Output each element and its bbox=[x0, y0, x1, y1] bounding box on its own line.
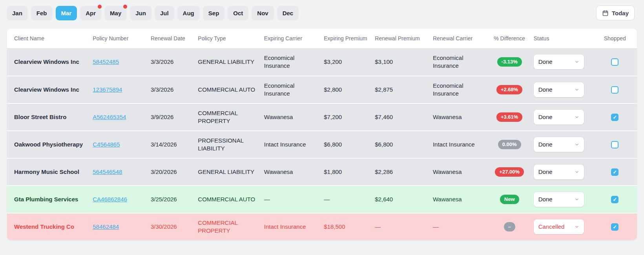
expiring-premium-cell: $1,800 bbox=[324, 168, 375, 176]
status-select[interactable]: Done bbox=[534, 82, 584, 97]
renewal-date: 3/3/2026 bbox=[151, 86, 173, 93]
month-tab-label: Mar bbox=[61, 10, 72, 16]
client-name-cell: Gta Plumbing Services bbox=[7, 195, 93, 203]
renewal-premium-cell: $6,800 bbox=[375, 141, 433, 148]
status-value: Done bbox=[538, 113, 553, 121]
status-cell: Done bbox=[534, 54, 593, 69]
month-tab-dec[interactable]: Dec bbox=[277, 6, 299, 20]
month-tab-jul[interactable]: Jul bbox=[155, 6, 174, 20]
month-tab-feb[interactable]: Feb bbox=[31, 6, 53, 20]
month-tab-nov[interactable]: Nov bbox=[252, 6, 274, 20]
month-tab-sep[interactable]: Sep bbox=[203, 6, 225, 20]
status-value: Done bbox=[538, 58, 553, 66]
column-header-renewal-premium: Renewal Premium bbox=[375, 35, 433, 42]
expiring-carrier-cell: Wawanesa bbox=[264, 113, 324, 121]
table-row: Oakwood Physiotherapy C4564865 3/14/2026… bbox=[7, 130, 637, 158]
renewal-carrier-cell: Wawanesa bbox=[433, 168, 491, 176]
renewal-date-cell: 3/25/2026 bbox=[151, 195, 198, 203]
status-select[interactable]: Done bbox=[534, 137, 584, 152]
status-select[interactable]: Done bbox=[534, 54, 584, 69]
difference-badge: -3.13% bbox=[497, 57, 522, 67]
expiring-premium: — bbox=[324, 196, 330, 203]
expiring-carrier: Economical Insurance bbox=[264, 82, 295, 97]
client-name-cell: Clearview Windows Inc bbox=[7, 86, 93, 94]
month-tab-jun[interactable]: Jun bbox=[130, 6, 151, 20]
policy-number-cell: 58462484 bbox=[93, 223, 151, 231]
policy-type-cell: GENERAL LIABILITY bbox=[198, 58, 264, 66]
status-select[interactable]: Done bbox=[534, 192, 584, 207]
column-header-difference: % Difference bbox=[491, 35, 534, 42]
shopped-checkbox[interactable] bbox=[611, 86, 618, 94]
month-tab-label: Jun bbox=[135, 10, 146, 16]
status-value: Done bbox=[538, 195, 553, 203]
policy-number-link[interactable]: 58462484 bbox=[93, 223, 119, 230]
policy-number-link[interactable]: A562465354 bbox=[93, 114, 126, 120]
expiring-carrier: Intact Insurance bbox=[264, 223, 306, 230]
column-header-renewal-date: Renewal Date bbox=[151, 35, 198, 42]
table-row: Bloor Street Bistro A562465354 3/9/2026 … bbox=[7, 103, 637, 130]
difference-badge: New bbox=[500, 195, 519, 204]
renewal-date: 3/30/2026 bbox=[151, 223, 177, 230]
shopped-checkbox[interactable] bbox=[611, 58, 618, 66]
expiring-premium-cell: $18,500 bbox=[324, 223, 375, 231]
policy-number-link[interactable]: 123675894 bbox=[93, 86, 122, 93]
expiring-carrier-cell: Intact Insurance bbox=[264, 223, 324, 231]
month-tab-oct[interactable]: Oct bbox=[228, 6, 248, 20]
policy-number-link[interactable]: 564546548 bbox=[93, 168, 122, 175]
renewal-premium: — bbox=[375, 223, 381, 230]
month-tab-apr[interactable]: Apr bbox=[80, 6, 101, 20]
status-select[interactable]: Done bbox=[534, 165, 584, 179]
shopped-checkbox[interactable] bbox=[611, 196, 618, 203]
client-name-cell: Westend Trucking Co bbox=[7, 223, 93, 231]
policy-number-link[interactable]: C4564865 bbox=[93, 141, 120, 148]
chevron-down-icon bbox=[575, 60, 579, 64]
difference-cell: -3.13% bbox=[491, 57, 534, 67]
difference-cell: New bbox=[491, 195, 534, 204]
policy-type-cell: COMMERCIAL AUTO bbox=[198, 86, 264, 94]
expiring-carrier: Wawanesa bbox=[264, 114, 293, 120]
month-tab-jan[interactable]: Jan bbox=[7, 6, 28, 20]
status-cell: Cancelled bbox=[534, 219, 593, 234]
month-tab-may[interactable]: May bbox=[104, 6, 127, 20]
expiring-premium-cell: — bbox=[324, 195, 375, 203]
policy-number-link[interactable]: CA46862846 bbox=[93, 196, 127, 203]
expiring-carrier: Wawanesa bbox=[264, 168, 293, 175]
shopped-checkbox[interactable] bbox=[611, 168, 618, 176]
client-name: Clearview Windows Inc bbox=[14, 86, 79, 93]
expiring-carrier: Economical Insurance bbox=[264, 54, 295, 69]
status-value: Done bbox=[538, 168, 553, 176]
renewal-date-cell: 3/9/2026 bbox=[151, 113, 198, 121]
status-select[interactable]: Cancelled bbox=[534, 219, 584, 234]
notification-dot-icon bbox=[123, 5, 127, 9]
status-select[interactable]: Done bbox=[534, 110, 584, 125]
month-tab-label: Jul bbox=[160, 10, 169, 16]
expiring-premium: $3,200 bbox=[324, 58, 342, 65]
renewal-date: 3/20/2026 bbox=[151, 168, 177, 175]
expiring-premium-cell: $2,800 bbox=[324, 86, 375, 94]
renewals-table: Client NamePolicy NumberRenewal DatePoli… bbox=[7, 29, 637, 240]
month-tab-mar[interactable]: Mar bbox=[56, 6, 77, 20]
shopped-checkbox[interactable] bbox=[611, 141, 618, 148]
month-tab-aug[interactable]: Aug bbox=[177, 6, 200, 20]
today-button[interactable]: Today bbox=[596, 5, 635, 20]
month-tab-label: Dec bbox=[283, 10, 294, 16]
policy-number-cell: 123675894 bbox=[93, 86, 151, 94]
chevron-down-icon bbox=[575, 197, 579, 202]
renewal-date: 3/14/2026 bbox=[151, 141, 177, 148]
policy-number-link[interactable]: 58452485 bbox=[93, 58, 119, 65]
client-name-cell: Harmony Music School bbox=[7, 168, 93, 176]
client-name: Clearview Windows Inc bbox=[14, 58, 79, 65]
renewal-carrier-cell: Economical Insurance bbox=[433, 54, 491, 70]
expiring-premium: $18,500 bbox=[324, 223, 345, 230]
shopped-checkbox[interactable] bbox=[611, 223, 618, 231]
client-name: Bloor Street Bistro bbox=[14, 114, 66, 120]
renewal-premium-cell: $2,286 bbox=[375, 168, 433, 176]
client-name-cell: Clearview Windows Inc bbox=[7, 58, 93, 66]
status-value: Done bbox=[538, 141, 553, 148]
difference-cell: 0.00% bbox=[491, 140, 534, 149]
renewal-carrier: Intact Insurance bbox=[433, 141, 475, 148]
shopped-cell bbox=[593, 168, 637, 176]
table-body: Clearview Windows Inc 58452485 3/3/2026 … bbox=[7, 48, 637, 240]
shopped-checkbox[interactable] bbox=[611, 114, 618, 121]
renewal-premium: $7,460 bbox=[375, 114, 393, 120]
